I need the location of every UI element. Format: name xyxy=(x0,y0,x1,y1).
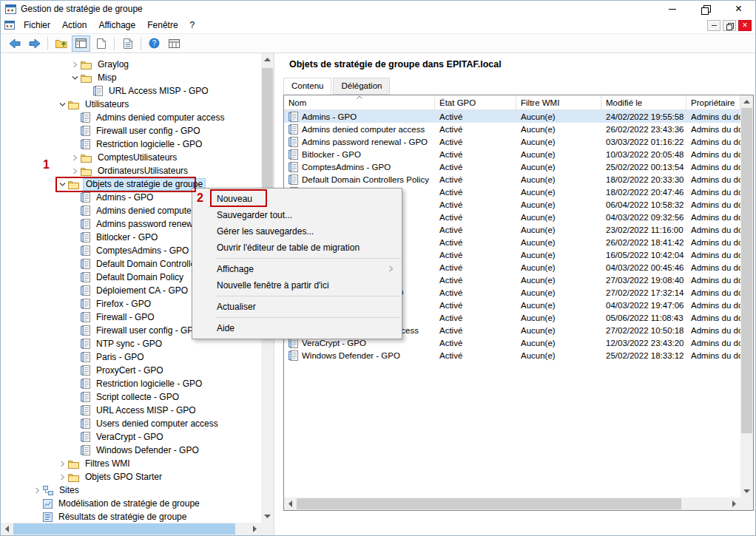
context-menu-item-actualiser[interactable]: Actualiser xyxy=(192,299,402,315)
tree-item[interactable]: Script collecte - GPO xyxy=(1,390,262,404)
context-menu: NouveauSauvegarder tout...Gérer les sauv… xyxy=(192,188,402,339)
tree-item[interactable]: URL Access MISP - GPO xyxy=(1,404,262,417)
tree-item[interactable]: VeraCrypt - GPO xyxy=(1,430,262,444)
menu-affichage[interactable]: Affichage xyxy=(92,18,141,33)
table-row[interactable]: Admins - GPOActivéAucun(e)24/02/2022 19:… xyxy=(284,110,740,123)
tree-item[interactable]: Users denied computer access xyxy=(1,417,262,430)
up-one-level-button[interactable] xyxy=(52,35,70,52)
scroll-down-icon[interactable] xyxy=(740,485,753,498)
expand-icon[interactable] xyxy=(58,459,67,468)
list-scroll-thumb[interactable] xyxy=(741,108,752,433)
forward-button[interactable] xyxy=(25,35,44,52)
table-cell-text: Admins password renewal - GPO xyxy=(302,138,428,146)
doc-icon xyxy=(97,38,106,49)
table-row[interactable]: Bitlocker - GPOActivéAucun(e)10/03/2022 … xyxy=(284,148,740,160)
expand-icon[interactable] xyxy=(33,486,41,495)
menu-fichier[interactable]: Fichier xyxy=(18,18,56,33)
table-row[interactable]: Default Domain Controllers PolicyActivéA… xyxy=(284,173,740,186)
column-header[interactable]: Propriétaire xyxy=(686,95,740,109)
tree-item[interactable]: Utilisateurs xyxy=(1,98,262,111)
tree-item[interactable]: Firewall user config - GPO xyxy=(1,124,262,138)
close-button[interactable] xyxy=(722,1,755,17)
mdi-restore-button[interactable] xyxy=(723,20,736,31)
restore-button[interactable] xyxy=(689,1,722,17)
table-row[interactable]: Admins password renewal - GPOActivéAucun… xyxy=(284,135,740,148)
collapse-icon[interactable] xyxy=(58,100,67,109)
table-row[interactable]: Windows Defender - GPOActivéAucun(e)25/0… xyxy=(284,349,740,362)
scroll-right-icon[interactable] xyxy=(249,523,261,535)
tree-item[interactable]: Objets GPO Starter xyxy=(1,470,262,484)
scroll-left-icon[interactable] xyxy=(1,523,13,535)
menu-action[interactable]: Action xyxy=(56,18,92,33)
tree-item[interactable]: Graylog xyxy=(1,58,262,71)
list-hscroll-thumb[interactable] xyxy=(297,498,681,509)
tree-item[interactable]: Sites xyxy=(1,484,262,497)
table-row[interactable]: Admins denied computer accessActivéAucun… xyxy=(284,123,740,135)
expand-icon[interactable] xyxy=(58,472,67,481)
column-header[interactable]: Filtre WMI xyxy=(516,95,601,109)
tree-item[interactable]: OrdinateursUtilisateurs xyxy=(1,164,262,177)
tree-horizontal-scrollbar[interactable] xyxy=(1,523,261,535)
table-cell: Admins du dom... xyxy=(686,248,740,261)
table-cell-text: Admins - GPO xyxy=(302,112,357,121)
mdi-minimize-button[interactable] xyxy=(707,20,720,31)
scroll-up-icon[interactable] xyxy=(261,53,274,66)
menu-fenetre[interactable]: Fenêtre xyxy=(141,18,183,33)
tree-item-label: Firefox - GPO xyxy=(94,299,153,310)
tree-item[interactable]: Restriction logicielle - GPO xyxy=(1,377,262,390)
tree-item[interactable]: Résultats de stratégie de groupe xyxy=(1,510,262,523)
expand-icon[interactable] xyxy=(70,60,79,69)
tree-item[interactable]: Admins denied computer access xyxy=(1,111,262,124)
tree-item[interactable]: URL Access MISP - GPO xyxy=(1,84,262,98)
minimize-button[interactable] xyxy=(655,1,689,17)
table-cell: Admins du dom... xyxy=(686,336,740,349)
scroll-up-icon[interactable] xyxy=(740,95,753,108)
mdi-close-button[interactable] xyxy=(738,20,752,31)
menu-aide[interactable]: ? xyxy=(184,18,201,33)
expander-placeholder xyxy=(70,406,79,415)
gpo-icon xyxy=(288,149,298,160)
context-menu-item-gerer-les-sauvegardes[interactable]: Gérer les sauvegardes... xyxy=(192,223,402,240)
help-button[interactable]: ? xyxy=(145,35,163,52)
scroll-down-icon[interactable] xyxy=(261,510,274,523)
table-cell: Activé xyxy=(435,110,516,123)
tree-item[interactable]: ComptesUtilisateurs xyxy=(1,151,262,164)
tree-item[interactable]: Paris - GPO xyxy=(1,350,262,364)
list-horizontal-scrollbar[interactable] xyxy=(284,498,740,510)
context-menu-item-sauvegarder-tout[interactable]: Sauvegarder tout... xyxy=(192,207,402,223)
tab-delegation[interactable]: Délégation xyxy=(333,78,390,95)
scroll-right-icon[interactable] xyxy=(728,498,740,510)
context-menu-item-ouvrir-editeur-table-migration[interactable]: Ouvrir l'éditeur de table de migration xyxy=(192,240,402,256)
gpo-icon xyxy=(81,192,90,203)
context-menu-item-aide[interactable]: Aide xyxy=(192,320,402,336)
list-vertical-scrollbar[interactable] xyxy=(740,95,753,498)
expand-icon[interactable] xyxy=(70,166,79,175)
scroll-left-icon[interactable] xyxy=(284,498,297,510)
table-cell: Aucun(e) xyxy=(516,110,601,123)
tree-item[interactable]: Modélisation de stratégie de groupe xyxy=(1,497,262,510)
tab-contenu[interactable]: Contenu xyxy=(283,78,331,95)
table-cell-text: Admins du dom... xyxy=(691,251,740,259)
collapse-icon[interactable] xyxy=(70,73,79,82)
tree-item[interactable]: Filtres WMI xyxy=(1,457,262,470)
tree-item[interactable]: Restriction logicielle - GPO xyxy=(1,138,262,151)
context-menu-item-nouvelle-fenetre[interactable]: Nouvelle fenêtre à partir d'ici xyxy=(192,277,402,294)
context-menu-item-affichage[interactable]: Affichage xyxy=(192,261,402,277)
expand-icon[interactable] xyxy=(70,153,79,162)
tree-item[interactable]: ProxyCert - GPO xyxy=(1,364,262,377)
table-row[interactable]: ComptesAdmins - GPOActivéAucun(e)25/02/2… xyxy=(284,160,740,173)
export-list-button[interactable] xyxy=(118,35,137,52)
column-header[interactable]: Modifié le xyxy=(601,95,686,109)
show-console-tree-button[interactable] xyxy=(72,35,90,52)
tree-item-label: Firewall user config - GPO xyxy=(94,126,203,137)
tree-item[interactable]: Windows Defender - GPO xyxy=(1,444,262,457)
column-header[interactable]: Nom xyxy=(284,95,435,109)
back-button[interactable] xyxy=(5,35,24,52)
tree-item-label: VeraCrypt - GPO xyxy=(94,432,166,443)
column-header[interactable]: État GPO xyxy=(435,95,516,109)
tree-item[interactable]: Misp xyxy=(1,71,262,84)
extended-view-button[interactable] xyxy=(165,35,183,52)
properties-button[interactable] xyxy=(92,35,110,52)
tree-hscroll-thumb[interactable] xyxy=(13,523,235,535)
toolbar: ? xyxy=(1,34,755,53)
